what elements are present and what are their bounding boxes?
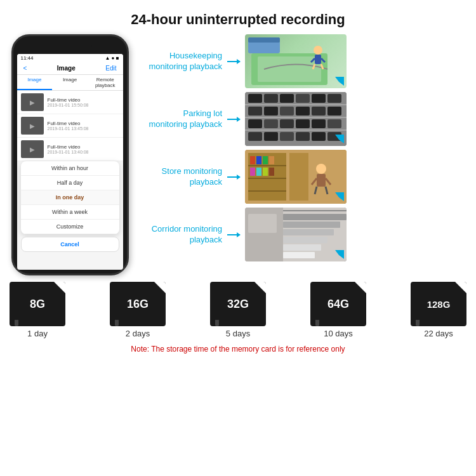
svg-rect-21 — [264, 107, 278, 116]
sd-size-3: 32G — [227, 298, 249, 311]
video-info-2: Full-time video 2019-01-01 13:45:08 — [48, 121, 119, 131]
sd-size-2: 16G — [127, 298, 149, 311]
svg-rect-16 — [280, 94, 294, 103]
monitoring-label-2: Parking lotmonitoring playback — [140, 109, 222, 130]
svg-rect-29 — [296, 119, 310, 128]
corridor-scene-svg — [245, 208, 347, 261]
phone-nav-bar: < Image Edit — [17, 62, 123, 75]
svg-rect-64 — [283, 244, 321, 251]
storage-days-4: 10 days — [324, 329, 353, 338]
sd-size-5: 128G — [427, 299, 451, 310]
svg-rect-61 — [283, 221, 340, 228]
monitoring-label-1: Housekeepingmonitoring playback — [140, 51, 222, 72]
monitoring-section: Housekeepingmonitoring playback — [140, 34, 470, 275]
dropdown-item-1[interactable]: Within an hour — [21, 161, 119, 176]
phone-status-bar: 11:44 ▲ ● ■ — [17, 54, 123, 62]
phone-tab-image2[interactable]: Image — [52, 75, 88, 90]
storage-days-2: 2 days — [126, 329, 150, 338]
svg-rect-28 — [280, 119, 294, 128]
connector-1 — [227, 61, 240, 62]
video-title-3: Full-time video — [48, 144, 119, 150]
phone-cancel-button[interactable]: Cancel — [21, 237, 119, 252]
svg-rect-5 — [315, 55, 321, 64]
storage-days-1: 1 day — [27, 329, 48, 338]
svg-rect-36 — [312, 132, 326, 141]
svg-rect-22 — [280, 107, 294, 116]
sd-notch-3 — [215, 320, 219, 326]
phone-signal: ▲ ● ■ — [105, 55, 119, 61]
monitoring-item-3: Store monitoringplayback — [140, 150, 470, 204]
phone-time: 11:44 — [21, 55, 34, 61]
video-date-2: 2019-01-01 13:45:08 — [48, 126, 119, 131]
corner-arrow-3 — [335, 192, 344, 201]
phone-tab-remote[interactable]: Remote playback — [88, 75, 123, 90]
corner-arrow-2 — [335, 135, 344, 143]
svg-rect-62 — [283, 229, 334, 235]
sd-notch-5 — [416, 320, 420, 326]
svg-rect-20 — [248, 107, 262, 116]
phone-dropdown[interactable]: Within an hour Half a day In one day Wit… — [21, 161, 119, 234]
video-info-1: Full-time video 2019-01-01 15:50:08 — [48, 97, 119, 107]
video-title-1: Full-time video — [48, 97, 119, 103]
phone-back-button[interactable]: < — [23, 65, 27, 72]
svg-rect-19 — [327, 94, 341, 103]
phone-notch — [48, 43, 92, 51]
svg-rect-65 — [283, 252, 315, 258]
svg-rect-3 — [248, 37, 280, 43]
svg-rect-30 — [312, 119, 326, 128]
storage-note: Note: The storage time of the memory car… — [10, 343, 466, 354]
sd-card-8g: 8G — [10, 282, 65, 326]
svg-rect-17 — [296, 94, 310, 103]
storage-section: 8G 1 day 16G 2 days 32G 5 days 64G 10 da… — [0, 275, 476, 354]
svg-rect-14 — [248, 94, 262, 103]
video-thumb-1: ▶ — [21, 93, 44, 111]
parking-scene-svg — [245, 92, 347, 146]
svg-rect-26 — [248, 119, 262, 128]
connector-4 — [227, 234, 240, 235]
sd-size-4: 64G — [327, 298, 349, 311]
svg-rect-15 — [264, 94, 278, 103]
phone-mockup: 11:44 ▲ ● ■ < Image Edit Image Image Rem… — [6, 34, 133, 275]
storage-cards-row: 8G 1 day 16G 2 days 32G 5 days 64G 10 da… — [10, 282, 466, 338]
phone-tab-image[interactable]: Image — [17, 75, 53, 90]
monitoring-image-1 — [245, 34, 347, 88]
svg-rect-32 — [248, 132, 262, 141]
svg-rect-44 — [250, 156, 255, 164]
dropdown-item-4[interactable]: Within a week — [21, 205, 119, 220]
dropdown-item-3[interactable]: In one day — [21, 190, 119, 205]
sd-size-1: 8G — [30, 298, 45, 311]
svg-point-52 — [316, 164, 326, 174]
monitoring-image-3 — [245, 150, 347, 204]
monitoring-label-3: Store monitoringplayback — [140, 166, 222, 188]
phone-video-item-3: ▶ Full-time video 2019-01-01 13:40:08 — [17, 138, 123, 161]
dropdown-item-2[interactable]: Half a day — [21, 176, 119, 190]
video-info-3: Full-time video 2019-01-01 13:40:08 — [48, 144, 119, 154]
monitoring-label-4: Corridor monitoringplayback — [140, 224, 222, 246]
video-title-2: Full-time video — [48, 121, 119, 126]
storage-card-16g: 16G 2 days — [110, 282, 166, 338]
video-thumb-2: ▶ — [21, 117, 44, 135]
monitoring-item-2: Parking lotmonitoring playback — [140, 92, 470, 146]
video-thumb-3: ▶ — [21, 140, 44, 158]
connector-2 — [227, 119, 240, 120]
svg-rect-50 — [263, 168, 268, 176]
storage-card-8g: 8G 1 day — [10, 282, 65, 338]
child-scene-svg — [245, 34, 347, 88]
sd-notch-1 — [15, 320, 18, 326]
svg-rect-67 — [248, 214, 277, 233]
sd-card-64g: 64G — [310, 282, 366, 326]
svg-rect-23 — [296, 107, 310, 116]
storage-card-64g: 64G 10 days — [310, 282, 366, 338]
video-date-1: 2019-01-01 15:50:08 — [48, 103, 119, 107]
sd-card-16g: 16G — [110, 282, 166, 326]
storage-card-32g: 32G 5 days — [210, 282, 266, 338]
svg-rect-25 — [327, 107, 341, 116]
svg-rect-47 — [269, 156, 274, 164]
dropdown-item-5[interactable]: Customize — [21, 220, 119, 234]
sd-notch-4 — [315, 320, 319, 326]
svg-rect-24 — [312, 107, 326, 116]
svg-rect-49 — [256, 168, 261, 176]
svg-rect-40 — [289, 153, 308, 201]
phone-edit-button[interactable]: Edit — [105, 65, 116, 72]
svg-rect-46 — [263, 156, 268, 164]
